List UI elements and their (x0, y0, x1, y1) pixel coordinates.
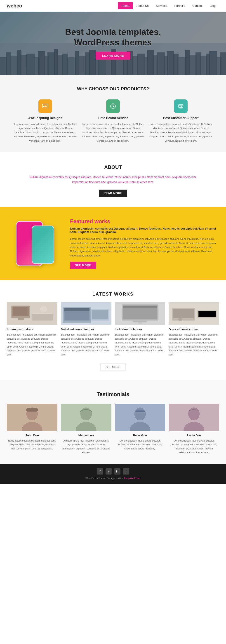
testimonial-text-0: Nunc iaculis suscipit dui.Nam sit amet s… (7, 439, 58, 451)
featured-content: Featured works Nullam dignissim convalli… (70, 218, 217, 269)
works-grid: Lorem ipsum dolor Sit amet, test link ad… (7, 302, 219, 357)
facebook-icon[interactable]: f (97, 468, 103, 474)
svg-rect-48 (180, 106, 180, 106)
featured-title: Featured works (70, 218, 217, 224)
nav-item-portfolio[interactable]: Portfolio (171, 2, 189, 9)
phone-screen-secondary (32, 226, 54, 263)
work-text-3: Sit amet, test link adipig elit.Nullam d… (168, 333, 219, 357)
featured-section: Featured works Nullam dignissim convalli… (0, 207, 226, 280)
hero-title: Best Joomla templates, WordPress themes (65, 27, 161, 48)
about-title: ABOUT (27, 164, 199, 170)
nav-item-home[interactable]: Home (118, 2, 133, 9)
testimonial-0: John Doe Nunc iaculis suscipit dui.Nam s… (7, 404, 58, 455)
svg-point-45 (43, 106, 44, 107)
latest-section: LATEST WORKS Lorem ipsum dolor Sit amet,… (0, 280, 226, 380)
features-grid: Awe Inspiring Designs Lorem ipsum dolor … (14, 100, 212, 143)
feature-title-0: Awe Inspiring Designs (14, 116, 77, 120)
testimonial-3: Lucia Joe Donec faucibus. Nunc iaculis s… (168, 404, 219, 455)
work-item-2: Incididunt ut labore Sit amet, test link… (115, 302, 166, 357)
testimonial-2: Peter Goe Donec faucibus. Nunc iaculis s… (115, 404, 166, 455)
avatar-2 (115, 404, 166, 431)
svg-rect-16 (78, 56, 86, 75)
feature-title-1: Time Bound Service (81, 116, 145, 120)
hero-cta-button[interactable]: LEARN MORE (96, 52, 130, 60)
testimonial-name-3: Lucia Joe (168, 434, 219, 437)
nav-item-blog[interactable]: Blog (206, 2, 219, 9)
tumblr-icon[interactable]: t (123, 468, 129, 474)
featured-see-more-button[interactable]: SEE MORE (70, 262, 96, 269)
work-item-0: Lorem ipsum dolor Sit amet, test link ad… (7, 302, 58, 357)
work-item-1: Sed do eiusmod tempor Sit amet, test lin… (61, 302, 112, 357)
svg-rect-49 (181, 106, 182, 106)
svg-point-83 (134, 408, 146, 420)
svg-point-55 (40, 306, 47, 312)
testimonial-text-1: Aliquam libero nisi, imperdiet at, tinci… (61, 439, 112, 455)
feature-text-1: Lorem ipsum dolor sit amet, test link ad… (81, 122, 145, 143)
testimonial-1: Marisa Leo Aliquam libero nisi, imperdie… (61, 404, 112, 455)
testimonials-grid: John Doe Nunc iaculis suscipit dui.Nam s… (7, 404, 219, 455)
feature-icon-design (38, 100, 52, 113)
avatar-1 (61, 404, 112, 431)
svg-rect-6 (26, 54, 35, 75)
svg-rect-31 (157, 52, 165, 75)
work-title-2: Incididunt ut labore (115, 328, 166, 331)
work-item-3: Dolor sit amet conse Sit amet, test link… (168, 302, 219, 357)
linkedin-icon[interactable]: in (114, 468, 120, 474)
svg-rect-66 (123, 306, 157, 308)
work-thumb-3 (168, 302, 219, 325)
why-section: WHY CHOOSE OUR PRODUCTS? Awe Inspiring D… (0, 75, 226, 152)
navbar: webco Home About Us Services Portfolio C… (0, 0, 226, 12)
svg-rect-3 (10, 56, 18, 75)
work-text-1: Sit amet, test link adipig elit.Nullam d… (61, 333, 112, 357)
feature-item-0: Awe Inspiring Designs Lorem ipsum dolor … (14, 100, 77, 143)
brand: webco (7, 3, 118, 9)
svg-rect-50 (181, 106, 182, 107)
avatar-3 (168, 404, 219, 431)
svg-rect-14 (67, 57, 76, 75)
footer-text: WordPress Theme Designed With TemplateTo… (7, 477, 219, 480)
about-read-more-button[interactable]: READ MORE (99, 190, 127, 197)
svg-rect-71 (173, 309, 194, 318)
svg-rect-41 (209, 51, 217, 75)
feature-text-2: Lorem ipsum dolor sit amet, test link ad… (149, 122, 212, 143)
svg-rect-53 (12, 307, 28, 316)
feature-icon-time (106, 100, 120, 113)
twitter-icon[interactable]: t (106, 468, 112, 474)
work-thumb-0 (7, 302, 58, 325)
feature-item-2: Best Customer Support Lorem ipsum dolor … (149, 100, 212, 143)
about-text: Nullam dignissim convallis est.Quisque a… (27, 175, 199, 184)
why-title: WHY CHOOSE OUR PRODUCTS? (14, 86, 212, 92)
nav-item-about[interactable]: About Us (133, 2, 152, 9)
feature-title-2: Best Customer Support (149, 116, 212, 120)
latest-see-more-button[interactable]: SEE MORE (100, 364, 125, 371)
nav-menu: Home About Us Services Portfolio Contact… (118, 2, 219, 9)
latest-title: LATEST WORKS (7, 292, 219, 297)
testimonial-name-0: John Doe (7, 434, 58, 437)
svg-rect-27 (137, 54, 145, 75)
footer-social: f t in t (7, 468, 219, 474)
svg-rect-62 (92, 310, 108, 320)
svg-rect-10 (48, 52, 55, 75)
nav-item-contact[interactable]: Contact (189, 2, 206, 9)
footer: f t in t WordPress Theme Designed With T… (0, 464, 226, 484)
about-section: ABOUT Nullam dignissim convallis est.Qui… (0, 152, 226, 207)
featured-text: Lorem ipsum dolor sit amet, test link ad… (70, 237, 217, 258)
testimonial-text-2: Donec faucibus. Nunc iaculis suscipit du… (115, 439, 166, 451)
svg-rect-78 (26, 408, 38, 412)
svg-rect-73 (198, 312, 216, 317)
svg-rect-37 (189, 55, 196, 75)
svg-rect-44 (42, 104, 48, 108)
work-title-1: Sed do eiusmod tempor (61, 328, 112, 331)
work-title-0: Lorem ipsum dolor (7, 328, 58, 331)
feature-item-1: Time Bound Service Lorem ipsum dolor sit… (81, 100, 145, 143)
svg-rect-54 (18, 318, 24, 320)
featured-subtitle: Nullam dignissim convallis est.Quisque a… (70, 227, 217, 234)
testimonials-section: Testimonials John Doe Nunc iaculis susci… (0, 380, 226, 464)
work-thumb-2 (115, 302, 166, 325)
footer-link[interactable]: TemplateToster (124, 477, 140, 480)
nav-item-services[interactable]: Services (152, 2, 171, 9)
svg-rect-56 (32, 314, 53, 321)
svg-rect-60 (64, 308, 90, 312)
hero-section: Best Joomla templates, WordPress themes … (0, 12, 226, 75)
svg-point-74 (178, 318, 182, 321)
